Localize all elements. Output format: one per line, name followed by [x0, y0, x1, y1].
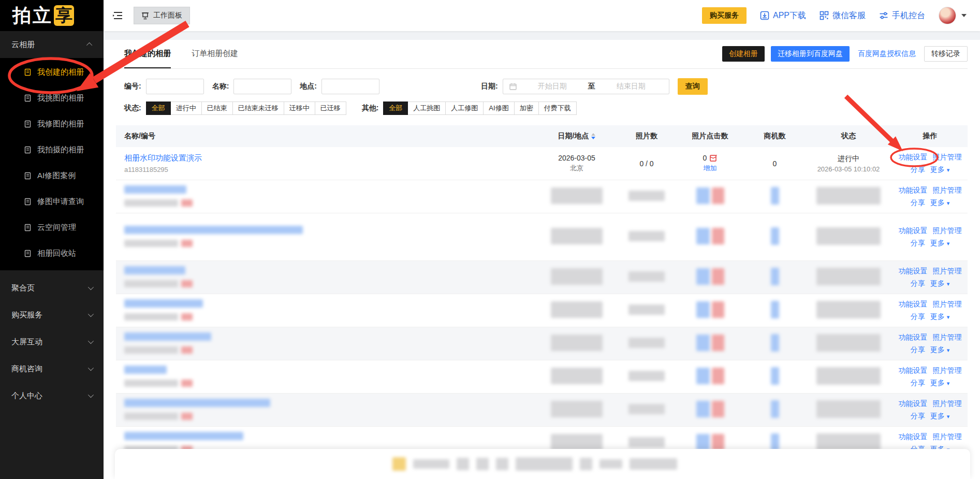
sidebar-item-my-shot-albums[interactable]: 我拍摄的相册 [0, 137, 104, 163]
baidu-auth-info-link[interactable]: 百度网盘授权信息 [856, 46, 918, 62]
photo-manage-link[interactable]: 照片管理 [933, 366, 962, 375]
tab-order-album-create[interactable]: 订单相册创建 [192, 40, 238, 68]
other-chip-paid-download[interactable]: 付费下载 [538, 101, 577, 115]
status-chip-all[interactable]: 全部 [146, 101, 171, 115]
more-link[interactable]: 更多 ▾ [930, 345, 949, 355]
feature-settings-link[interactable]: 功能设置 [899, 432, 928, 442]
share-link[interactable]: 分享 [911, 198, 925, 208]
status-chip-migrating[interactable]: 迁移中 [284, 101, 315, 115]
pagination-block[interactable] [496, 458, 508, 470]
place-input[interactable] [321, 79, 379, 94]
sidebar-item-my-picked-albums[interactable]: 我挑图的相册 [0, 85, 104, 111]
search-button[interactable]: 查询 [678, 78, 708, 95]
sidebar-group-personal-center[interactable]: 个人中心 [0, 382, 104, 409]
other-chip-manual-retouch[interactable]: 人工修图 [445, 101, 484, 115]
photo-manage-link[interactable]: 照片管理 [933, 333, 962, 342]
photo-manage-link[interactable]: 照片管理 [933, 186, 962, 195]
share-link[interactable]: 分享 [911, 279, 925, 288]
sidebar-group-cloud-album[interactable]: 云相册 [0, 31, 104, 58]
photo-manage-link[interactable]: 照片管理 [933, 399, 962, 409]
avatar[interactable] [939, 7, 956, 24]
share-link[interactable]: 分享 [911, 412, 925, 421]
status-chip-ended[interactable]: 已结束 [201, 101, 233, 115]
migrate-to-baidu-button[interactable]: 迁移相册到百度网盘 [771, 46, 850, 62]
photo-manage-link[interactable]: 照片管理 [933, 267, 962, 276]
feature-settings-link[interactable]: 功能设置 [899, 226, 928, 236]
feature-settings-link[interactable]: 功能设置 [899, 300, 928, 309]
feature-settings-link[interactable]: 功能设置 [899, 186, 928, 195]
add-clicks-link[interactable]: 增加 [704, 164, 717, 173]
more-link[interactable]: 更多 ▾ [930, 165, 949, 175]
sidebar-item-ai-retouch-cases[interactable]: AI修图案例 [0, 163, 104, 188]
photo-manage-link[interactable]: 照片管理 [933, 432, 962, 442]
pagination-block[interactable] [516, 457, 573, 471]
caret-down-icon[interactable] [961, 14, 967, 17]
more-label: 更多 [930, 198, 945, 207]
pagination-block[interactable] [630, 458, 677, 470]
more-link[interactable]: 更多 ▾ [930, 412, 949, 421]
blurred-leads [771, 187, 779, 205]
sidebar-item-my-retouched-albums[interactable]: 我修图的相册 [0, 111, 104, 137]
pagination-block[interactable] [392, 457, 406, 471]
sidebar-item-my-created-albums[interactable]: 我创建的相册 [0, 59, 104, 85]
pagination-block[interactable] [580, 458, 592, 470]
feature-settings-link[interactable]: 功能设置 [899, 153, 928, 162]
sidebar-item-label: 相册回收站 [37, 249, 76, 258]
sidebar-group-business-consult[interactable]: 商机咨询 [0, 355, 104, 382]
feature-settings-link[interactable]: 功能设置 [899, 366, 928, 375]
other-chip-encrypted[interactable]: 加密 [514, 101, 539, 115]
document-icon [24, 198, 32, 206]
buy-service-button[interactable]: 购买服务 [702, 7, 747, 24]
other-chip-ai-retouch[interactable]: AI修图 [483, 101, 514, 115]
tab-work-panel[interactable]: 工作面板 [134, 7, 190, 24]
status-chip-migrated[interactable]: 已迁移 [315, 101, 346, 115]
other-chip-manual-pick[interactable]: 人工挑图 [407, 101, 446, 115]
share-link[interactable]: 分享 [911, 345, 925, 355]
wechat-support-link[interactable]: 微信客服 [820, 10, 866, 21]
name-input[interactable] [233, 79, 291, 94]
more-link[interactable]: 更多 ▾ [930, 239, 949, 248]
date-start-placeholder[interactable]: 开始日期 [521, 82, 584, 91]
more-link[interactable]: 更多 ▾ [930, 312, 949, 322]
sidebar-item-album-recycle-bin[interactable]: 相册回收站 [0, 240, 104, 266]
pagination-block[interactable] [476, 458, 489, 470]
date-end-placeholder[interactable]: 结束日期 [599, 82, 663, 91]
no-input[interactable] [146, 79, 204, 94]
other-chip-all[interactable]: 全部 [383, 101, 408, 115]
share-link[interactable]: 分享 [911, 165, 925, 175]
more-label: 更多 [930, 279, 945, 287]
album-name-link[interactable]: 相册水印功能设置演示 [124, 153, 202, 162]
photo-manage-link[interactable]: 照片管理 [933, 300, 962, 309]
transfer-record-button[interactable]: 转移记录 [924, 46, 968, 62]
sidebar-item-cloud-space[interactable]: 云空间管理 [0, 214, 104, 240]
pagination-controls[interactable] [392, 457, 677, 471]
create-album-button[interactable]: 创建相册 [722, 46, 765, 62]
date-range-picker[interactable]: 开始日期 至 结束日期 [503, 79, 669, 94]
share-link[interactable]: 分享 [911, 379, 925, 388]
col-date-place[interactable]: 日期/地点 [535, 132, 618, 141]
menu-fold-icon[interactable] [113, 11, 123, 20]
feature-settings-link[interactable]: 功能设置 [899, 399, 928, 409]
sidebar-group-aggregation[interactable]: 聚合页 [0, 274, 104, 301]
app-download-link[interactable]: APP下载 [760, 10, 806, 21]
share-link[interactable]: 分享 [911, 312, 925, 322]
share-link[interactable]: 分享 [911, 239, 925, 248]
sidebar-item-retouch-request-query[interactable]: 修图申请查询 [0, 188, 104, 214]
feature-settings-link[interactable]: 功能设置 [899, 333, 928, 342]
sort-icon[interactable] [591, 133, 595, 139]
feature-settings-link[interactable]: 功能设置 [899, 267, 928, 276]
sidebar-group-buy-service[interactable]: 购买服务 [0, 301, 104, 328]
more-link[interactable]: 更多 ▾ [930, 279, 949, 288]
status-chip-ended-not-migrated[interactable]: 已结束未迁移 [232, 101, 284, 115]
photo-manage-link[interactable]: 照片管理 [933, 226, 962, 236]
more-link[interactable]: 更多 ▾ [930, 198, 949, 208]
status-chip-in-progress[interactable]: 进行中 [170, 101, 202, 115]
app-logo[interactable]: 拍立 享 [0, 0, 104, 31]
pagination-block[interactable] [457, 458, 469, 470]
no-label: 编号: [124, 82, 141, 91]
sidebar-group-big-screen[interactable]: 大屏互动 [0, 328, 104, 355]
tab-my-created-albums[interactable]: 我创建的相册 [124, 40, 171, 68]
more-link[interactable]: 更多 ▾ [930, 379, 949, 388]
photo-manage-link[interactable]: 照片管理 [933, 153, 962, 162]
mobile-console-link[interactable]: 手机控台 [879, 10, 925, 21]
